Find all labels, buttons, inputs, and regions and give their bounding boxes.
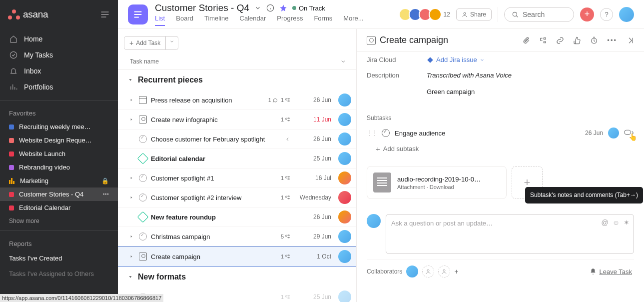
task-expand-caret[interactable] xyxy=(128,254,135,258)
task-row[interactable]: Create new infographic111 Jun xyxy=(118,110,356,130)
logo[interactable]: asana xyxy=(8,8,48,20)
tab-progress[interactable]: Progress xyxy=(277,14,303,26)
favorite-item[interactable]: Rebranding video xyxy=(0,160,118,174)
tab-list[interactable]: List xyxy=(155,14,165,26)
task-complete-toggle[interactable] xyxy=(139,194,147,202)
search-input[interactable]: Search xyxy=(504,7,574,22)
nav-inbox[interactable]: Inbox xyxy=(0,63,118,79)
task-due-date[interactable]: 16 Jul xyxy=(296,174,331,182)
task-row[interactable]: New feature roundup26 Jun xyxy=(118,208,356,227)
subtask-row[interactable]: ⋮⋮ Engage audience 26 Jun 👆 xyxy=(367,126,634,140)
tab-timeline[interactable]: Timeline xyxy=(204,14,229,26)
task-assignee-avatar[interactable] xyxy=(338,94,351,106)
task-assignee-avatar[interactable] xyxy=(338,172,351,184)
task-assignee-avatar[interactable] xyxy=(338,230,351,243)
task-row[interactable]: Customer spotlight #2 interview1Wednesda… xyxy=(118,188,356,208)
add-collaborator-button[interactable]: + xyxy=(454,268,458,276)
task-due-date[interactable]: 26 Jun xyxy=(296,96,331,104)
collaborator-empty-slot[interactable] xyxy=(438,266,450,278)
task-due-date[interactable]: 26 Jun xyxy=(296,214,331,220)
add-jira-issue-button[interactable]: Add Jira issue xyxy=(427,56,485,64)
tab-forms[interactable]: Forms xyxy=(314,14,332,26)
attachment-card[interactable]: audio-recording-2019-10-0… Attachment · … xyxy=(367,166,507,199)
section-header[interactable]: New formats xyxy=(118,266,356,288)
subtask-complete-toggle[interactable] xyxy=(382,129,390,137)
task-assignee-avatar[interactable] xyxy=(338,113,351,126)
share-button[interactable]: Share xyxy=(456,8,492,20)
nav-portfolios[interactable]: Portfolios xyxy=(0,79,118,95)
task-expand-caret[interactable] xyxy=(128,176,135,180)
task-assignee-avatar[interactable] xyxy=(338,132,351,146)
subtask-open-details[interactable]: 👆 xyxy=(624,129,634,137)
favorite-item[interactable]: Editorial Calendar xyxy=(0,201,118,214)
report-item[interactable]: Tasks I've Created xyxy=(0,250,118,266)
like-icon[interactable] xyxy=(573,36,581,44)
task-due-date[interactable]: Wednesday xyxy=(296,194,331,201)
nav-home[interactable]: Home xyxy=(0,31,118,47)
help-button[interactable]: ? xyxy=(600,8,613,21)
task-complete-toggle[interactable] xyxy=(139,135,147,143)
column-sort-icon[interactable] xyxy=(340,58,346,64)
tab-calendar[interactable]: Calendar xyxy=(240,14,266,26)
task-due-date[interactable]: 25 Jun xyxy=(296,155,331,162)
subtask-name[interactable]: Engage audience xyxy=(395,130,580,137)
task-due-date[interactable]: 26 Jun xyxy=(296,136,331,142)
more-icon[interactable]: ••• xyxy=(607,36,617,44)
task-expand-caret[interactable] xyxy=(128,196,135,200)
task-assignee-avatar[interactable] xyxy=(338,152,351,165)
task-due-date[interactable]: 29 Jun xyxy=(296,233,331,240)
description-value[interactable]: Transcribed with Asana Voice Green campa… xyxy=(427,72,512,96)
approval-icon[interactable] xyxy=(139,252,147,260)
favorite-item[interactable]: Website Launch xyxy=(0,147,118,160)
star-icon[interactable]: ✶ xyxy=(624,218,630,226)
tab-board[interactable]: Board xyxy=(176,14,193,26)
task-row[interactable]: Christmas campaign529 Jun xyxy=(118,227,356,246)
task-complete-toggle[interactable] xyxy=(139,174,147,182)
detail-title[interactable]: Create campaign xyxy=(380,35,518,46)
add-task-dropdown[interactable] xyxy=(166,36,178,50)
task-row[interactable]: Press release on acquisition1126 Jun xyxy=(118,90,356,110)
link-icon[interactable] xyxy=(556,36,564,44)
collaborator-empty-slot[interactable] xyxy=(422,266,434,278)
task-expand-caret[interactable] xyxy=(128,234,135,238)
task-expand-caret[interactable] xyxy=(128,98,135,102)
drag-handle-icon[interactable]: ⋮⋮ xyxy=(367,130,377,136)
comment-input[interactable]: Ask a question or post an update… @ ☺ ✶ xyxy=(386,214,634,254)
favorite-item[interactable]: Customer Stories - Q4••• xyxy=(0,188,118,201)
task-due-date[interactable]: 25 Jun xyxy=(296,294,331,300)
emoji-icon[interactable]: ☺ xyxy=(613,218,620,226)
section-header[interactable]: Recurrent pieces xyxy=(118,70,356,90)
task-row[interactable]: Create campaign11 Oct xyxy=(118,246,356,266)
task-assignee-avatar[interactable] xyxy=(338,191,351,204)
member-avatars[interactable]: 12 xyxy=(402,8,450,21)
task-complete-toggle[interactable] xyxy=(139,232,147,240)
show-more-favorites[interactable]: Show more xyxy=(0,214,118,228)
subtask-date[interactable]: 26 Jun xyxy=(585,130,603,136)
approval-icon[interactable] xyxy=(139,116,147,124)
subtask-icon[interactable] xyxy=(539,36,547,44)
task-assignee-avatar[interactable] xyxy=(338,210,351,224)
milestone-icon[interactable] xyxy=(137,212,149,223)
task-due-date[interactable]: 1 Oct xyxy=(296,253,331,260)
task-assignee-avatar[interactable] xyxy=(338,290,351,302)
collapse-sidebar-icon[interactable] xyxy=(100,10,110,20)
task-expand-caret[interactable] xyxy=(128,118,135,122)
task-row[interactable]: Choose customer for February spotlight26… xyxy=(118,130,356,149)
calendar-icon[interactable] xyxy=(139,96,147,104)
current-user-avatar[interactable] xyxy=(619,7,634,22)
close-detail-icon[interactable] xyxy=(626,36,634,44)
quick-add-button[interactable]: + xyxy=(580,8,594,22)
nav-my-tasks[interactable]: My Tasks xyxy=(0,47,118,63)
favorite-item[interactable]: Recruiting weekly mee… xyxy=(0,120,118,134)
task-due-date[interactable]: 11 Jun xyxy=(296,116,331,123)
favorite-item[interactable]: Marketing🔒 xyxy=(0,174,118,188)
section-caret-icon[interactable] xyxy=(128,274,133,280)
favorite-item[interactable]: Website Design Reque… xyxy=(0,134,118,147)
timer-icon[interactable] xyxy=(590,36,598,44)
section-caret-icon[interactable] xyxy=(128,78,133,82)
report-item[interactable]: Tasks I've Assigned to Others xyxy=(0,266,118,282)
tab-more[interactable]: More... xyxy=(343,14,363,26)
attach-icon[interactable] xyxy=(522,36,530,44)
add-subtask-button[interactable]: + Add subtask xyxy=(376,140,634,163)
column-task-name[interactable]: Task name xyxy=(130,58,159,65)
